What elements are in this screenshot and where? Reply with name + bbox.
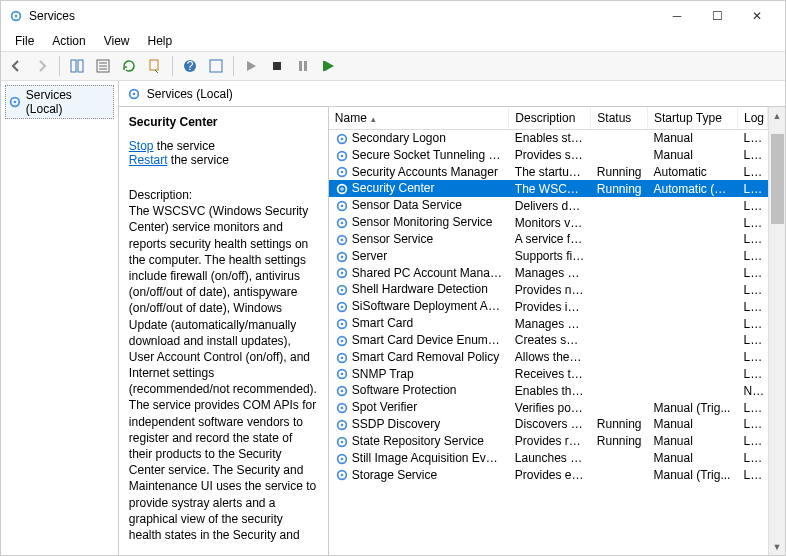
window-title: Services xyxy=(29,9,75,23)
title-bar: Services ─ ☐ ✕ xyxy=(1,1,785,31)
stop-link[interactable]: Stop xyxy=(129,139,154,153)
svg-point-19 xyxy=(132,92,135,95)
column-logon[interactable]: Log xyxy=(738,107,768,130)
svg-point-25 xyxy=(340,171,343,174)
column-name[interactable]: Name ▴ xyxy=(329,107,509,130)
svg-point-31 xyxy=(340,222,343,225)
services-list[interactable]: Name ▴ Description Status Startup Type L… xyxy=(329,107,768,555)
service-row[interactable]: Secondary LogonEnables star...ManualLoc xyxy=(329,130,768,147)
scroll-down-icon[interactable]: ▼ xyxy=(769,538,785,555)
service-row[interactable]: Security Accounts ManagerThe startup ...… xyxy=(329,164,768,181)
svg-point-61 xyxy=(340,474,343,477)
service-row[interactable]: Sensor Data ServiceDelivers dat...Loc xyxy=(329,197,768,214)
help-button[interactable]: ? xyxy=(179,55,201,77)
maximize-button[interactable]: ☐ xyxy=(697,1,737,31)
back-button[interactable] xyxy=(5,55,27,77)
service-row[interactable]: Shared PC Account ManagerManages pr...Lo… xyxy=(329,265,768,282)
svg-point-21 xyxy=(340,138,343,141)
svg-point-59 xyxy=(340,457,343,460)
service-row[interactable]: SNMP TrapReceives tra...Loc xyxy=(329,366,768,383)
svg-rect-12 xyxy=(273,62,281,70)
menu-bar: File Action View Help xyxy=(1,31,785,51)
service-row[interactable]: Software ProtectionEnables the ...Net xyxy=(329,382,768,399)
service-row[interactable]: SiSoftware Deployment Age...Provides inv… xyxy=(329,298,768,315)
svg-point-43 xyxy=(340,323,343,326)
svg-rect-14 xyxy=(304,61,307,71)
service-row[interactable]: Storage ServiceProvides en...Manual (Tri… xyxy=(329,467,768,484)
svg-point-23 xyxy=(340,154,343,157)
scroll-up-icon[interactable]: ▲ xyxy=(769,107,785,124)
content-header-label: Services (Local) xyxy=(147,87,233,101)
column-description[interactable]: Description xyxy=(509,107,591,130)
menu-file[interactable]: File xyxy=(7,32,42,50)
column-startup[interactable]: Startup Type xyxy=(648,107,738,130)
service-row[interactable]: Smart Card Device Enumera...Creates soft… xyxy=(329,332,768,349)
svg-point-53 xyxy=(340,407,343,410)
forward-button[interactable] xyxy=(31,55,53,77)
restart-link[interactable]: Restart xyxy=(129,153,168,167)
stop-service-button[interactable] xyxy=(266,55,288,77)
service-row[interactable]: Still Image Acquisition EventsLaunches a… xyxy=(329,450,768,467)
nav-services-local-label: Services (Local) xyxy=(26,88,111,116)
menu-help[interactable]: Help xyxy=(140,32,181,50)
service-row[interactable]: SSDP DiscoveryDiscovers n...RunningManua… xyxy=(329,416,768,433)
detail-pane: Security Center Stop the service Restart… xyxy=(119,107,329,555)
svg-point-55 xyxy=(340,424,343,427)
service-row[interactable]: Smart Card Removal PolicyAllows the s...… xyxy=(329,349,768,366)
svg-point-51 xyxy=(340,390,343,393)
nav-tree: Services (Local) xyxy=(1,81,119,555)
scroll-thumb[interactable] xyxy=(771,134,784,224)
svg-point-37 xyxy=(340,272,343,275)
svg-rect-2 xyxy=(71,60,76,72)
service-row[interactable]: Sensor ServiceA service fo...Loc xyxy=(329,231,768,248)
column-status[interactable]: Status xyxy=(591,107,648,130)
svg-point-35 xyxy=(340,255,343,258)
start-service-button[interactable] xyxy=(240,55,262,77)
refresh-button[interactable] xyxy=(118,55,140,77)
svg-rect-15 xyxy=(323,61,325,71)
svg-point-41 xyxy=(340,306,343,309)
svg-point-49 xyxy=(340,373,343,376)
close-button[interactable]: ✕ xyxy=(737,1,777,31)
svg-point-45 xyxy=(340,339,343,342)
content-header: Services (Local) xyxy=(119,81,785,107)
vertical-scrollbar[interactable]: ▲ ▼ xyxy=(768,107,785,555)
service-row[interactable]: ServerSupports fil...Loc xyxy=(329,248,768,265)
svg-point-27 xyxy=(340,188,343,191)
service-row[interactable]: State Repository ServiceProvides re...Ru… xyxy=(329,433,768,450)
svg-point-1 xyxy=(15,15,18,18)
svg-point-29 xyxy=(340,205,343,208)
service-row[interactable]: Spot VerifierVerifies pote...Manual (Tri… xyxy=(329,399,768,416)
properties-button[interactable] xyxy=(92,55,114,77)
svg-point-17 xyxy=(14,101,17,104)
export-button[interactable] xyxy=(144,55,166,77)
service-row[interactable]: Shell Hardware DetectionProvides no...Lo… xyxy=(329,281,768,298)
service-row[interactable]: Sensor Monitoring ServiceMonitors va...L… xyxy=(329,214,768,231)
detail-title: Security Center xyxy=(129,115,318,129)
services-icon xyxy=(9,9,23,23)
gear-icon xyxy=(8,95,22,109)
toolbar: ? xyxy=(1,51,785,81)
show-hide-tree-button[interactable] xyxy=(66,55,88,77)
svg-point-57 xyxy=(340,440,343,443)
svg-rect-8 xyxy=(150,60,158,70)
svg-rect-13 xyxy=(299,61,302,71)
svg-point-33 xyxy=(340,238,343,241)
menu-action[interactable]: Action xyxy=(44,32,93,50)
svg-text:?: ? xyxy=(187,59,194,73)
nav-services-local[interactable]: Services (Local) xyxy=(5,85,114,119)
minimize-button[interactable]: ─ xyxy=(657,1,697,31)
service-row[interactable]: Security CenterThe WSCSV...RunningAutoma… xyxy=(329,180,768,197)
description-label: Description: xyxy=(129,187,318,203)
pause-service-button[interactable] xyxy=(292,55,314,77)
service-row[interactable]: Secure Socket Tunneling Pr...Provides su… xyxy=(329,147,768,164)
description-text: The WSCSVC (Windows Security Center) ser… xyxy=(129,203,318,543)
svg-point-39 xyxy=(340,289,343,292)
sort-indicator-icon: ▴ xyxy=(369,114,377,124)
help2-button[interactable] xyxy=(205,55,227,77)
svg-rect-11 xyxy=(210,60,222,72)
menu-view[interactable]: View xyxy=(96,32,138,50)
service-row[interactable]: Smart CardManages ac...Loc xyxy=(329,315,768,332)
restart-service-button[interactable] xyxy=(318,55,340,77)
svg-rect-3 xyxy=(78,60,83,72)
